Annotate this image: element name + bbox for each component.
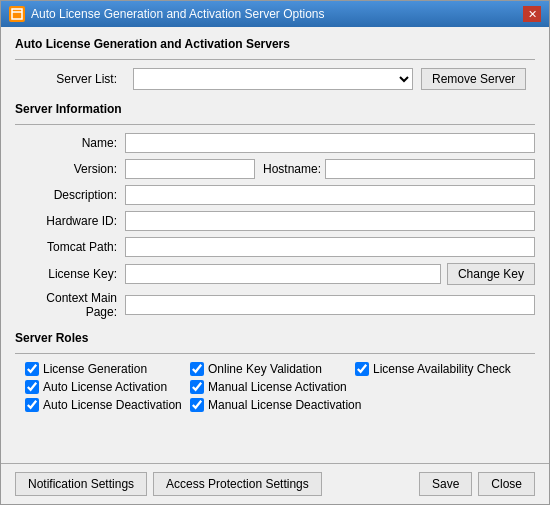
- hardware-id-label: Hardware ID:: [15, 214, 125, 228]
- title-bar: Auto License Generation and Activation S…: [1, 1, 549, 27]
- role-item-3: License Availability Check: [355, 362, 520, 376]
- role-item-1: License Generation: [25, 362, 190, 376]
- roles-row-3: Auto License Deactivation Manual License…: [25, 398, 535, 412]
- license-key-row: License Key: Change Key: [15, 263, 535, 285]
- role-checkbox-3[interactable]: [355, 362, 369, 376]
- license-key-input[interactable]: [125, 264, 441, 284]
- context-main-page-label: Context Main Page:: [15, 291, 125, 319]
- save-button[interactable]: Save: [419, 472, 472, 496]
- license-key-label: License Key:: [15, 267, 125, 281]
- role-label-1: License Generation: [43, 362, 147, 376]
- description-row: Description:: [15, 185, 535, 205]
- role-checkbox-1[interactable]: [25, 362, 39, 376]
- server-info-section: Server Information Name: Version: Hostna…: [15, 102, 535, 319]
- server-roles-title: Server Roles: [15, 331, 535, 345]
- role-label-6: Auto License Deactivation: [43, 398, 182, 412]
- footer-left: Notification Settings Access Protection …: [15, 472, 322, 496]
- hostname-label: Hostname:: [263, 162, 321, 176]
- role-checkbox-6[interactable]: [25, 398, 39, 412]
- server-list-row: Server List: Remove Server: [15, 68, 535, 90]
- roles-grid: License Generation Online Key Validation…: [15, 362, 535, 412]
- tomcat-path-label: Tomcat Path:: [15, 240, 125, 254]
- server-info-title: Server Information: [15, 102, 535, 116]
- remove-server-button[interactable]: Remove Server: [421, 68, 526, 90]
- close-button[interactable]: Close: [478, 472, 535, 496]
- role-checkbox-2[interactable]: [190, 362, 204, 376]
- role-item-6: Auto License Deactivation: [25, 398, 190, 412]
- role-label-5: Manual License Activation: [208, 380, 347, 394]
- tomcat-path-row: Tomcat Path:: [15, 237, 535, 257]
- app-icon: [9, 6, 25, 22]
- role-label-3: License Availability Check: [373, 362, 511, 376]
- server-list-label: Server List:: [15, 72, 125, 86]
- name-label: Name:: [15, 136, 125, 150]
- role-label-4: Auto License Activation: [43, 380, 167, 394]
- role-item-7: Manual License Deactivation: [190, 398, 361, 412]
- auto-license-title: Auto License Generation and Activation S…: [15, 37, 535, 51]
- role-item-5: Manual License Activation: [190, 380, 355, 394]
- role-item-2: Online Key Validation: [190, 362, 355, 376]
- footer-right: Save Close: [419, 472, 535, 496]
- main-window: Auto License Generation and Activation S…: [0, 0, 550, 505]
- version-input[interactable]: [125, 159, 255, 179]
- svg-rect-0: [12, 9, 22, 19]
- context-main-page-row: Context Main Page:: [15, 291, 535, 319]
- auto-license-section: Auto License Generation and Activation S…: [15, 37, 535, 90]
- close-window-button[interactable]: ✕: [523, 6, 541, 22]
- version-hostname-row: Version: Hostname:: [15, 159, 535, 179]
- context-main-page-input[interactable]: [125, 295, 535, 315]
- role-checkbox-4[interactable]: [25, 380, 39, 394]
- role-item-4: Auto License Activation: [25, 380, 190, 394]
- change-key-button[interactable]: Change Key: [447, 263, 535, 285]
- name-row: Name:: [15, 133, 535, 153]
- notification-settings-button[interactable]: Notification Settings: [15, 472, 147, 496]
- server-list-select[interactable]: [133, 68, 413, 90]
- role-checkbox-7[interactable]: [190, 398, 204, 412]
- roles-row-2: Auto License Activation Manual License A…: [25, 380, 535, 394]
- footer: Notification Settings Access Protection …: [1, 463, 549, 504]
- hostname-input[interactable]: [325, 159, 535, 179]
- role-label-7: Manual License Deactivation: [208, 398, 361, 412]
- role-label-2: Online Key Validation: [208, 362, 322, 376]
- version-label: Version:: [15, 162, 125, 176]
- description-label: Description:: [15, 188, 125, 202]
- server-roles-section: Server Roles License Generation Online K…: [15, 331, 535, 412]
- roles-row-1: License Generation Online Key Validation…: [25, 362, 535, 376]
- access-protection-settings-button[interactable]: Access Protection Settings: [153, 472, 322, 496]
- hardware-id-input[interactable]: [125, 211, 535, 231]
- description-input[interactable]: [125, 185, 535, 205]
- tomcat-path-input[interactable]: [125, 237, 535, 257]
- name-input[interactable]: [125, 133, 535, 153]
- role-checkbox-5[interactable]: [190, 380, 204, 394]
- window-title: Auto License Generation and Activation S…: [31, 7, 325, 21]
- hardware-id-row: Hardware ID:: [15, 211, 535, 231]
- content-area: Auto License Generation and Activation S…: [1, 27, 549, 463]
